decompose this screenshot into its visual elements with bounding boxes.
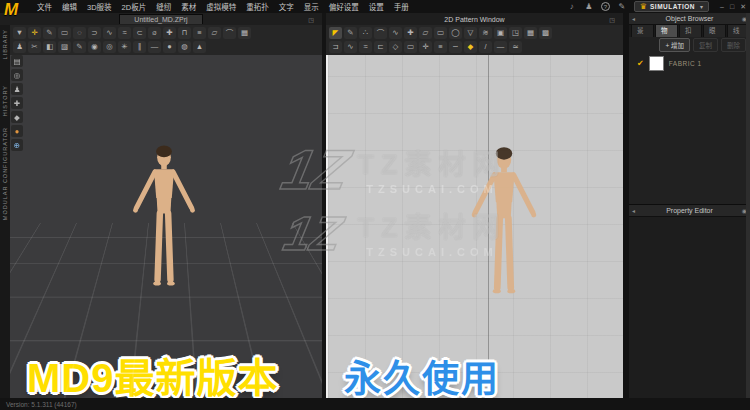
notification-icon[interactable]: ♪ — [567, 2, 577, 11]
seam-line-icon[interactable]: — — [148, 41, 161, 53]
tape-measure-icon[interactable]: ⌒ — [223, 27, 236, 39]
edit-sewing-icon[interactable]: ✎ — [43, 27, 56, 39]
pleat-tool-icon[interactable]: ◆ — [464, 41, 477, 53]
seam-allowance-icon[interactable]: ▭ — [404, 41, 417, 53]
topstitch-tool-icon[interactable]: ✳ — [118, 41, 131, 53]
search-library-icon[interactable]: ◎ — [11, 69, 23, 81]
dart-tool-icon[interactable]: ▽ — [464, 27, 477, 39]
curve-point-icon[interactable]: ∿ — [389, 27, 402, 39]
free-sew-icon[interactable]: ∿ — [103, 27, 116, 39]
segment-sew-icon[interactable]: ⊃ — [88, 27, 101, 39]
mn-sew-2d-icon[interactable]: ≈ — [359, 41, 372, 53]
simulation-dropdown-icon[interactable]: ▾ — [700, 3, 703, 10]
stylus-icon[interactable]: ✎ — [73, 41, 86, 53]
popout-3d-icon[interactable]: ◳ — [308, 16, 314, 23]
property-editor-header[interactable]: ◂ Property Editor ◉ — [629, 205, 750, 217]
maximize-icon[interactable]: □ — [730, 3, 734, 11]
pattern-image-icon[interactable]: ▣ — [494, 27, 507, 39]
menu-item[interactable]: 偏好设置 — [329, 1, 359, 12]
collapse-icon[interactable]: ◂ — [632, 207, 635, 214]
fabric-front-icon[interactable]: ◧ — [43, 41, 56, 53]
measure-tool-icon[interactable]: ▲ — [193, 41, 206, 53]
free-sew-2d-icon[interactable]: ∿ — [344, 41, 357, 53]
avatar-arrange-icon[interactable]: ♟ — [13, 41, 26, 53]
checkmark-icon[interactable]: ✔ — [637, 59, 644, 68]
buttonhole-tool-icon[interactable]: ◎ — [103, 41, 116, 53]
menu-item[interactable]: 文件 — [37, 1, 52, 12]
lasso-select-icon[interactable]: ◌ — [73, 27, 86, 39]
tack-tool-icon[interactable]: ✚ — [163, 27, 176, 39]
topstitch-2d-icon[interactable]: ≡ — [434, 41, 447, 53]
fabric-list-item[interactable]: ✔ FABRIC 1 — [629, 52, 750, 74]
menu-item[interactable]: 手册 — [394, 1, 409, 12]
vlabel[interactable]: MODULAR CONFIGURATOR — [2, 127, 8, 220]
button-tool-icon[interactable]: ◉ — [88, 41, 101, 53]
base-line-icon[interactable]: — — [494, 41, 507, 53]
mn-sew-icon[interactable]: ≈ — [118, 27, 131, 39]
clone-pattern-icon[interactable]: ◳ — [509, 27, 522, 39]
edit-sew-2d-icon[interactable]: ⊏ — [374, 41, 387, 53]
edit-point-icon[interactable]: ∴ — [359, 27, 372, 39]
detach-sew-icon[interactable]: ⊂ — [133, 27, 146, 39]
account-icon[interactable]: ♟ — [584, 2, 594, 11]
notch-tool-icon[interactable]: ≃ — [509, 41, 522, 53]
comparison-line-icon[interactable]: / — [479, 41, 492, 53]
shirring-tool-icon[interactable]: ∼ — [449, 41, 462, 53]
solidify-tool-icon[interactable]: ◍ — [178, 41, 191, 53]
project-file-tab[interactable]: Untitled_MD.ZPrj — [119, 14, 202, 24]
flatten-icon[interactable]: ≡ — [193, 27, 206, 39]
wind-tool-icon[interactable]: ▱ — [208, 27, 221, 39]
move-gizmo-icon[interactable]: ✛ — [28, 27, 41, 39]
menu-item[interactable]: 文字 — [279, 1, 294, 12]
transform-pattern-icon[interactable]: ◤ — [329, 27, 342, 39]
popout-2d-icon[interactable]: ◳ — [609, 16, 615, 23]
menu-item[interactable]: 设置 — [369, 1, 384, 12]
copy-fabric-button[interactable]: 复制 — [693, 38, 718, 52]
menu-item[interactable]: 素材 — [181, 1, 196, 12]
avatar-3d-model[interactable] — [118, 138, 210, 300]
menu-item[interactable]: 编辑 — [62, 1, 77, 12]
collapse-icon[interactable]: ◂ — [632, 15, 635, 22]
trace-tool-icon[interactable]: ≋ — [479, 27, 492, 39]
edit-curve-icon[interactable]: ⌒ — [374, 27, 387, 39]
fold-arrange-icon[interactable]: ⊓ — [178, 27, 191, 39]
garment-library-icon[interactable]: ▤ — [11, 55, 23, 67]
pin-2d-icon[interactable]: ✛ — [419, 41, 432, 53]
pen-tablet-icon[interactable]: ✎ — [617, 2, 627, 11]
add-point-icon[interactable]: ✚ — [404, 27, 417, 39]
scissors-icon[interactable]: ✂ — [28, 41, 41, 53]
fabric-back-icon[interactable]: ▨ — [58, 41, 71, 53]
head-library-icon[interactable]: ● — [11, 125, 23, 137]
edit-pattern-icon[interactable]: ✎ — [344, 27, 357, 39]
avatar-library-icon[interactable]: ♟ — [11, 83, 23, 95]
menu-item[interactable]: 显示 — [304, 1, 319, 12]
polygon-tool-icon[interactable]: ▱ — [419, 27, 432, 39]
simulation-button[interactable]: ♛ SIMULATION ▾ — [634, 1, 709, 12]
vlabel[interactable]: LIBRARY — [2, 29, 8, 59]
simulate-icon[interactable]: ▼ — [13, 27, 26, 39]
online-library-icon[interactable]: ⊕ — [11, 139, 23, 151]
menu-item[interactable]: 重拓扑 — [246, 1, 269, 12]
accessory-library-icon[interactable]: ✚ — [11, 97, 23, 109]
menu-item[interactable]: 2D板片 — [122, 1, 147, 12]
help-icon[interactable]: ? — [601, 2, 610, 11]
rect-select-icon[interactable]: ▭ — [58, 27, 71, 39]
close-icon[interactable]: ✕ — [740, 3, 746, 11]
circle-pattern-icon[interactable]: ◯ — [449, 27, 462, 39]
minimize-icon[interactable]: – — [720, 3, 724, 11]
vlabel[interactable]: HISTORY — [2, 85, 8, 116]
grid-snap-icon[interactable]: ▦ — [238, 27, 251, 39]
pin-tool-icon[interactable]: ⌀ — [148, 27, 161, 39]
shrink-tool-icon[interactable]: ● — [163, 41, 176, 53]
zipper-tool-icon[interactable]: ∥ — [133, 41, 146, 53]
object-browser-header[interactable]: ◂ Object Browser ◉ — [629, 13, 750, 25]
delete-fabric-button[interactable]: 删除 — [721, 38, 746, 52]
segment-sew-2d-icon[interactable]: ⊐ — [329, 41, 342, 53]
grade-tool-icon[interactable]: ▦ — [524, 27, 537, 39]
add-fabric-button[interactable]: + 增加 — [659, 38, 690, 52]
right-scrollbar[interactable] — [746, 13, 750, 398]
grade-edit-icon[interactable]: ▩ — [539, 27, 552, 39]
rect-pattern-icon[interactable]: ▭ — [434, 27, 447, 39]
shoes-library-icon[interactable]: ◆ — [11, 111, 23, 123]
fabric-swatch[interactable] — [649, 56, 664, 71]
